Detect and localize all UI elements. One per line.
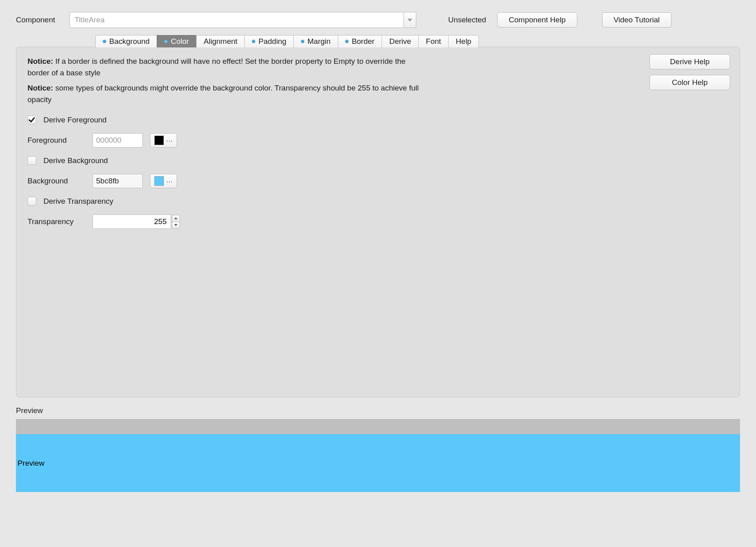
component-input[interactable] xyxy=(69,12,404,28)
color-help-button[interactable]: Color Help xyxy=(650,75,730,90)
preview-sample-text: Preview xyxy=(18,459,45,468)
background-input[interactable] xyxy=(93,174,143,188)
status-dot-icon xyxy=(164,40,167,43)
component-label: Component xyxy=(16,16,61,24)
status-dot-icon xyxy=(103,40,106,43)
notice-border: Notice: If a border is defined the backg… xyxy=(28,56,426,79)
notice-text: some types of backgrounds might override… xyxy=(28,84,419,104)
notice-transparency: Notice: some types of backgrounds might … xyxy=(28,83,426,105)
notice-label: Notice: xyxy=(28,57,53,65)
notice-label: Notice: xyxy=(28,84,53,92)
chevron-up-icon xyxy=(174,217,177,219)
status-dot-icon xyxy=(345,40,348,43)
component-dropdown-button[interactable] xyxy=(404,12,416,28)
background-swatch-icon xyxy=(154,176,164,186)
tab-derive[interactable]: Derive xyxy=(382,35,419,47)
transparency-step-up[interactable] xyxy=(172,215,180,222)
background-label: Background xyxy=(28,177,85,185)
tab-margin[interactable]: Margin xyxy=(293,35,338,47)
tab-font[interactable]: Font xyxy=(418,35,449,47)
preview-header-bar xyxy=(16,419,740,434)
unselected-label: Unselected xyxy=(448,16,486,24)
preview-label: Preview xyxy=(16,406,740,415)
tab-label: Help xyxy=(456,37,471,46)
tab-label: Border xyxy=(352,37,374,46)
foreground-label: Foreground xyxy=(28,136,85,145)
component-combobox[interactable] xyxy=(69,12,416,28)
tab-color[interactable]: Color xyxy=(157,35,196,47)
status-dot-icon xyxy=(252,40,255,43)
foreground-swatch-icon xyxy=(154,136,164,145)
tab-bar: BackgroundColorAlignmentPaddingMarginBor… xyxy=(96,35,740,47)
tab-label: Padding xyxy=(258,37,286,46)
derive-transparency-label: Derive Transparency xyxy=(43,197,113,206)
foreground-input[interactable] xyxy=(93,133,143,148)
video-tutorial-button[interactable]: Video Tutorial xyxy=(602,12,671,28)
ellipsis-icon: … xyxy=(166,176,173,184)
derive-foreground-label: Derive Foreground xyxy=(43,116,106,124)
tab-label: Background xyxy=(109,37,150,46)
derive-background-label: Derive Background xyxy=(43,156,108,165)
derive-help-button[interactable]: Derive Help xyxy=(650,54,730,69)
notice-text: If a border is defined the background wi… xyxy=(28,57,406,77)
tab-label: Alignment xyxy=(204,37,238,46)
tab-border[interactable]: Border xyxy=(338,35,382,47)
tab-label: Margin xyxy=(307,37,331,46)
transparency-label: Transparency xyxy=(28,217,85,226)
color-settings-panel: Derive Help Color Help Notice: If a bord… xyxy=(16,47,740,397)
tab-help[interactable]: Help xyxy=(448,35,479,47)
tab-label: Font xyxy=(426,37,441,46)
ellipsis-icon: … xyxy=(166,136,173,144)
foreground-color-button[interactable]: … xyxy=(150,133,177,148)
derive-background-checkbox[interactable] xyxy=(28,156,36,165)
preview-sample: Preview xyxy=(16,434,740,492)
tab-label: Color xyxy=(171,37,189,46)
transparency-input[interactable] xyxy=(93,214,171,229)
tab-label: Derive xyxy=(389,37,411,46)
tab-alignment[interactable]: Alignment xyxy=(196,35,245,47)
chevron-down-icon xyxy=(174,224,177,226)
tab-background[interactable]: Background xyxy=(95,35,157,47)
tab-padding[interactable]: Padding xyxy=(244,35,294,47)
derive-foreground-checkbox[interactable] xyxy=(28,116,36,124)
derive-transparency-checkbox[interactable] xyxy=(28,197,36,206)
transparency-step-down[interactable] xyxy=(172,222,180,229)
status-dot-icon xyxy=(301,40,304,43)
top-bar: Component Unselected Component Help Vide… xyxy=(16,12,740,28)
chevron-down-icon xyxy=(408,19,412,22)
component-help-button[interactable]: Component Help xyxy=(497,12,577,28)
background-color-button[interactable]: … xyxy=(150,174,177,188)
